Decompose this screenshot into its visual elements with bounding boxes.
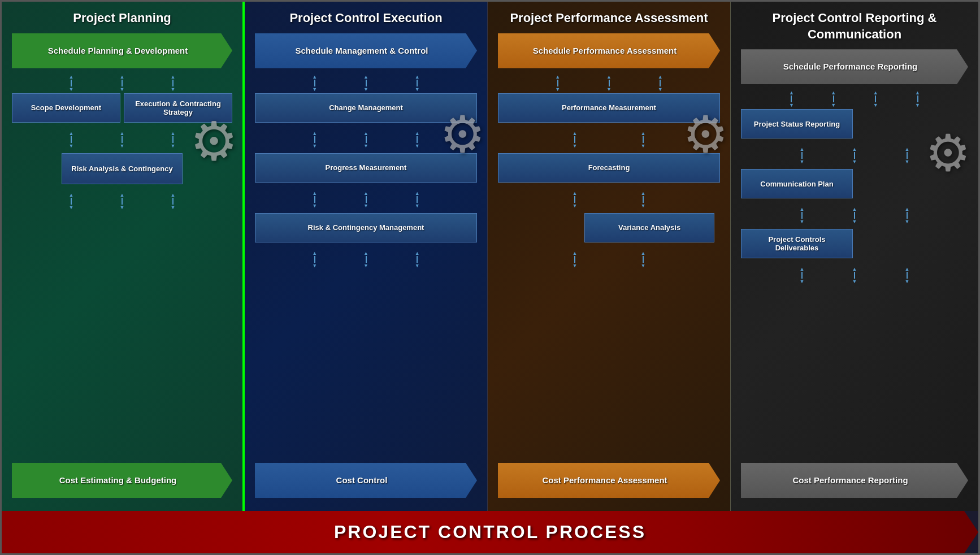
col3-gear: ⚙ [683, 105, 729, 164]
col3-connectors-top: ▲▼ ▲▼ ▲▼ [509, 74, 709, 92]
columns-row: Project Planning Schedule Planning & Dev… [2, 2, 978, 511]
col1-gear: ⚙ [190, 110, 238, 172]
col1-box-risk: Risk Analysis & Contingency [62, 153, 183, 184]
main-container: Project Planning Schedule Planning & Dev… [0, 0, 980, 555]
col3-box-variance: Variance Analysis [584, 213, 714, 242]
col4-header: Project Control Reporting & Communicatio… [741, 10, 968, 42]
col1-connectors-top: ▲ ▼ ▲ ▼ ▲ ▼ [23, 74, 221, 92]
col1-boxes-area: ⚙ Scope Development Execution & Contract… [12, 93, 232, 463]
col4-top-arrow: Schedule Performance Reporting [741, 49, 968, 84]
col4-gear: ⚙ [925, 123, 971, 183]
col4-boxes-area: ⚙ Project Status Reporting ▲▼ ▲▼ ▲▼ Co [741, 109, 968, 463]
connector-2: ▲ ▼ [119, 74, 125, 92]
col1-bottom-arrow: Cost Estimating & Budgeting [12, 463, 232, 498]
bottom-banner-text: PROJECT CONTROL PROCESS [334, 522, 646, 543]
col1-header: Project Planning [12, 10, 232, 27]
col4-box-status-reporting: Project Status Reporting [741, 109, 853, 138]
col4-box-communication: Communication Plan [741, 169, 853, 198]
col2-gear: ⚙ [440, 105, 485, 164]
connector-3: ▲ ▼ [170, 74, 176, 92]
column-project-performance-assessment: Project Performance Assessment Schedule … [488, 2, 731, 511]
column-project-control-reporting: Project Control Reporting & Communicatio… [731, 2, 978, 511]
col2-header: Project Control Execution [255, 10, 477, 27]
col4-bottom-arrow: Cost Performance Reporting [741, 463, 968, 498]
col4-connectors-top: ▲▼ ▲▼ ▲▼ ▲▼ [752, 90, 957, 108]
col1-top-arrow: Schedule Planning & Development [12, 33, 232, 68]
col3-header: Project Performance Assessment [498, 10, 720, 27]
column-project-control-execution: Project Control Execution Schedule Manag… [245, 2, 488, 511]
col2-bottom-arrow: Cost Control [255, 463, 477, 498]
col3-top-arrow: Schedule Performance Assessment [498, 33, 720, 68]
col2-boxes-area: ⚙ Change Management ▲▼ ▲▼ ▲▼ Progress Me… [255, 93, 477, 463]
column-project-planning: Project Planning Schedule Planning & Dev… [2, 2, 245, 511]
col1-connectors-bot: ▲ ▼ ▲ ▼ ▲ ▼ [23, 192, 221, 210]
col3-boxes-area: ⚙ Performance Measurement ▲▼ ▲▼ Forecast… [498, 93, 720, 463]
connector-1: ▲ ▼ [68, 74, 74, 92]
bottom-banner: PROJECT CONTROL PROCESS [2, 511, 978, 553]
col2-connectors-top: ▲▼ ▲▼ ▲▼ [266, 74, 466, 92]
col1-box-scope: Scope Development [12, 93, 120, 123]
col4-box-deliverables: Project Controls Deliverables [741, 229, 853, 258]
col4-row3: Project Controls Deliverables [741, 229, 968, 262]
col2-box-risk: Risk & Contingency Management [255, 213, 477, 242]
col3-bottom-arrow: Cost Performance Assessment [498, 463, 720, 498]
col2-top-arrow: Schedule Management & Control [255, 33, 477, 68]
